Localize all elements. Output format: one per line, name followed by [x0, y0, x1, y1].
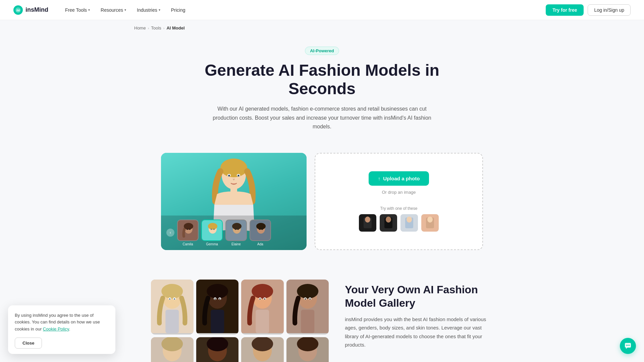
svg-text:iM: iM	[16, 9, 20, 12]
breadcrumb-sep-2: ›	[163, 26, 165, 30]
svg-point-19	[211, 229, 212, 230]
gallery-img-7	[241, 337, 284, 362]
logo-icon: iM	[13, 5, 23, 15]
upload-photo-button[interactable]: ↑ Upload a photo	[369, 171, 429, 186]
gallery-img-6	[196, 337, 239, 362]
nav-pricing[interactable]: Pricing	[166, 5, 190, 15]
svg-point-14	[186, 229, 188, 230]
breadcrumb-tools[interactable]: Tools	[151, 25, 161, 31]
gallery-img-8	[286, 337, 329, 362]
svg-point-13	[184, 223, 193, 230]
nav-industries[interactable]: Industries ▾	[132, 5, 165, 15]
svg-point-73	[309, 298, 311, 300]
try-thumb-3[interactable]	[400, 214, 418, 232]
logo[interactable]: iM insMind	[13, 5, 48, 15]
svg-point-15	[189, 229, 191, 230]
svg-point-49	[174, 298, 175, 300]
gallery-img-5	[151, 337, 194, 362]
svg-point-42	[427, 217, 433, 223]
nav-resources[interactable]: Resources ▾	[96, 5, 131, 15]
hero-description: With our AI generated models, fashion e-…	[205, 105, 439, 131]
thumb-name-gemma: Gemma	[206, 242, 218, 246]
svg-rect-66	[256, 310, 269, 333]
svg-point-45	[161, 284, 183, 299]
chevron-down-icon: ▾	[88, 8, 90, 12]
demo-section: ‹ Camila	[154, 153, 490, 250]
model-thumb-ada[interactable]: Ada	[250, 220, 271, 246]
thumb-camila-img	[178, 220, 199, 241]
upload-panel: ↑ Upload a photo Or drop an image Try wi…	[315, 153, 483, 250]
svg-point-86	[297, 337, 318, 351]
gallery-title: Your Very Own AI Fashion Model Gallery	[345, 283, 493, 310]
svg-point-29	[259, 229, 260, 230]
try-free-button[interactable]: Try for free	[546, 4, 584, 16]
gallery-section: Your Very Own AI Fashion Model Gallery i…	[138, 266, 506, 362]
svg-point-89	[628, 345, 629, 346]
svg-point-9	[229, 175, 230, 176]
gallery-img-1	[151, 280, 194, 335]
chat-widget-button[interactable]	[620, 338, 636, 354]
svg-point-23	[232, 223, 241, 230]
thumb-elaine-img	[226, 220, 247, 241]
thumb-name-camila: Camila	[182, 242, 193, 246]
gallery-description: insMind provides you with the best AI fa…	[345, 315, 493, 349]
svg-point-10	[238, 175, 239, 176]
svg-point-80	[207, 337, 228, 351]
svg-point-53	[207, 284, 228, 299]
svg-point-72	[305, 298, 306, 300]
thumb-name-elaine: Elaine	[231, 242, 241, 246]
svg-point-65	[264, 298, 265, 300]
breadcrumb-home[interactable]: Home	[134, 25, 146, 31]
model-thumb-camila[interactable]: Camila	[177, 220, 199, 246]
login-button[interactable]: Log in/Sign up	[588, 4, 631, 16]
cookie-close-button[interactable]: Close	[15, 338, 42, 349]
svg-point-77	[161, 337, 183, 351]
logo-text: insMind	[25, 6, 48, 13]
breadcrumb-current: AI Model	[166, 25, 184, 31]
gallery-img-3	[241, 280, 284, 335]
svg-rect-74	[301, 310, 314, 333]
model-preview-panel: ‹ Camila	[161, 153, 307, 250]
gallery-images-grid	[151, 280, 329, 362]
model-thumb-elaine[interactable]: Elaine	[225, 220, 247, 246]
model-thumbnails-strip: ‹ Camila	[161, 216, 307, 250]
svg-point-83	[252, 337, 273, 351]
model-thumb-gemma[interactable]: Gemma	[201, 220, 223, 246]
cookie-text: By using insMind you agree to the use of…	[15, 312, 109, 333]
gallery-text-panel: Your Very Own AI Fashion Model Gallery i…	[345, 280, 493, 349]
svg-point-69	[297, 284, 318, 299]
ai-powered-badge: AI-Powered	[305, 47, 339, 55]
svg-point-36	[386, 217, 391, 223]
upload-or-label: Or drop an image	[382, 190, 416, 195]
chevron-down-icon: ▾	[159, 8, 160, 12]
nav-free-tools[interactable]: Free Tools ▾	[60, 5, 95, 15]
svg-point-28	[256, 223, 266, 230]
cookie-banner: By using insMind you agree to the use of…	[8, 305, 115, 354]
svg-point-18	[208, 223, 217, 230]
svg-point-88	[626, 345, 627, 346]
breadcrumb-sep-1: ›	[148, 26, 149, 30]
thumb-name-ada: Ada	[257, 242, 263, 246]
svg-point-57	[219, 298, 220, 300]
try-thumb-2[interactable]	[380, 214, 397, 232]
thumb-gemma-img	[202, 220, 223, 241]
svg-point-90	[629, 345, 630, 346]
navbar: iM insMind Free Tools ▾ Resources ▾ Indu…	[0, 0, 644, 20]
svg-point-25	[237, 229, 239, 230]
svg-point-20	[213, 229, 215, 230]
nav-right: Try for free Log in/Sign up	[546, 4, 631, 16]
svg-point-30	[262, 229, 263, 230]
try-thumb-1[interactable]	[359, 214, 376, 232]
svg-point-48	[169, 298, 170, 300]
try-these-label: Try with one of these	[326, 206, 472, 211]
svg-point-3	[220, 159, 247, 177]
try-thumbnails-row	[326, 214, 472, 232]
upload-icon: ↑	[378, 176, 381, 181]
cookie-policy-link[interactable]: Cookie Policy	[43, 326, 69, 331]
try-thumb-4[interactable]	[421, 214, 439, 232]
prev-model-button[interactable]: ‹	[166, 229, 174, 237]
hero-title: Generate AI Fashion Models in Seconds	[184, 61, 460, 98]
nav-links: Free Tools ▾ Resources ▾ Industries ▾ Pr…	[60, 5, 546, 15]
svg-rect-58	[211, 310, 224, 333]
svg-point-61	[252, 284, 273, 299]
